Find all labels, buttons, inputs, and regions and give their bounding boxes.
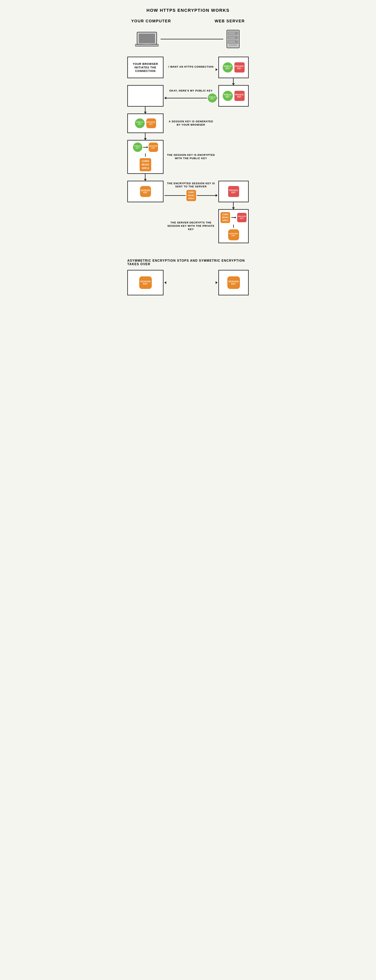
step3-description-area: A SESSION KEY IS GENERATED BY YOUR BROWS… bbox=[163, 120, 218, 127]
step4-left-box: PUBLIC KEY SESSION KEY 110010010110011 bbox=[127, 140, 163, 174]
step5-down-arrow bbox=[233, 202, 234, 209]
public-key-3: PUBLIC KEY bbox=[135, 118, 145, 128]
step5-arrow-right bbox=[197, 195, 217, 196]
step6-right-box: 110010010110011 PRIVATE KEY SESSION KEY bbox=[218, 209, 249, 243]
step5-label: THE ENCRYPTED SESSION KEY IS SENT TO THE… bbox=[165, 182, 217, 189]
step2-line-cap bbox=[217, 98, 217, 99]
laptop-icon bbox=[135, 31, 159, 47]
symmetric-right-box: SESSION KEY bbox=[218, 270, 249, 295]
step2-down-line bbox=[145, 107, 146, 113]
step3-down-arrow-wrapper bbox=[127, 133, 249, 140]
step5-down-line bbox=[233, 202, 234, 209]
step1-left-box: YOUR BROWSER INITIATES THE CONNECTION bbox=[127, 57, 163, 78]
step1-left-text: YOUR BROWSER INITIATES THE CONNECTION bbox=[128, 60, 163, 75]
step2-right-box: PUBLIC KEY PRIVATE KEY bbox=[218, 85, 249, 107]
step2-key-arrow: PUBLIC KEY bbox=[165, 94, 217, 102]
step4-down-line bbox=[145, 174, 146, 181]
step4-down-arrow-wrapper bbox=[127, 174, 249, 181]
svg-rect-1 bbox=[139, 33, 155, 43]
step3-down-line bbox=[145, 133, 146, 140]
session-key-6: SESSION KEY bbox=[228, 229, 239, 240]
step2-down-arrow bbox=[145, 107, 146, 113]
actors-row: YOUR COMPUTER WEB SERVER bbox=[127, 19, 249, 23]
svg-point-10 bbox=[235, 41, 237, 43]
step2-arrow-label: OKAY, HERE'S MY PUBLIC KEY bbox=[167, 89, 214, 92]
private-key-1: PRIVATE KEY bbox=[235, 62, 244, 73]
symmetric-session-key-right: SESSION KEY bbox=[227, 276, 240, 289]
public-key-2: PUBLIC KEY bbox=[223, 91, 233, 101]
step4-encrypt-content: PUBLIC KEY SESSION KEY 110010010110011 bbox=[131, 140, 160, 173]
svg-rect-11 bbox=[229, 45, 237, 46]
session-key-3: SESSION KEY bbox=[146, 118, 156, 128]
step2-arrow-left-line bbox=[165, 98, 207, 99]
step5-binary: 110010010110011 bbox=[186, 190, 196, 201]
private-key-6: PRIVATE KEY bbox=[237, 213, 247, 222]
step2-left-box bbox=[127, 85, 163, 107]
step6-inner-arrow bbox=[233, 224, 234, 228]
step6-label: THE SERVER DECRYPTS THE SESSION KEY WITH… bbox=[165, 221, 217, 231]
step2-row: OKAY, HERE'S MY PUBLIC KEY PUBLIC KEY PU… bbox=[127, 85, 249, 107]
step2-keys: PUBLIC KEY PRIVATE KEY bbox=[221, 89, 247, 103]
actors-connection-line bbox=[160, 39, 223, 40]
symmetric-row: SESSION KEY SESSION KEY bbox=[127, 270, 249, 295]
step5-line bbox=[165, 195, 186, 196]
step1-down-arrow-wrapper bbox=[127, 78, 249, 85]
public-key-4: PUBLIC KEY bbox=[133, 143, 142, 152]
symmetric-section: ASYMMETRIC ENCRYPTION STOPS AND SYMMETRI… bbox=[127, 253, 249, 295]
server-icon bbox=[225, 29, 241, 49]
step1-right-box: PUBLIC KEY PRIVATE KEY bbox=[218, 57, 249, 78]
step3-keys: PUBLIC KEY SESSION KEY bbox=[133, 116, 158, 130]
step6-row: THE SERVER DECRYPTS THE SESSION KEY WITH… bbox=[127, 209, 249, 243]
step4-label: THE SESSION KEY IS ENCRYPTED WITH THE PU… bbox=[165, 153, 217, 160]
svg-rect-3 bbox=[143, 44, 151, 45]
step3-down-arrow bbox=[145, 133, 146, 140]
step4-inner-arrow-line bbox=[145, 153, 146, 157]
symmetric-left-box: SESSION KEY bbox=[127, 270, 163, 295]
svg-point-9 bbox=[235, 37, 237, 38]
step1-arrow-area: I WANT AN HTTPS CONNECTION bbox=[163, 65, 218, 70]
step4-description-area: THE SESSION KEY IS ENCRYPTED WITH THE PU… bbox=[163, 153, 218, 160]
step4-tiny-arrow bbox=[143, 147, 148, 148]
main-title: HOW HTTPS ENCRYPTION WORKS bbox=[146, 8, 230, 13]
svg-point-8 bbox=[235, 32, 237, 34]
step3-row: PUBLIC KEY SESSION KEY A SESSION KEY IS … bbox=[127, 113, 249, 133]
private-key-5: PRIVATE KEY bbox=[228, 186, 239, 197]
session-key-4: SESSION KEY bbox=[149, 143, 158, 152]
step6-description-area: THE SERVER DECRYPTS THE SESSION KEY WITH… bbox=[163, 221, 218, 231]
computer-label: YOUR COMPUTER bbox=[131, 19, 171, 23]
public-key-1: PUBLIC KEY bbox=[223, 62, 233, 73]
server-label: WEB SERVER bbox=[215, 19, 245, 23]
step1-down-line bbox=[233, 78, 234, 85]
step1-keys: PUBLIC KEY PRIVATE KEY bbox=[221, 60, 247, 75]
symmetric-session-key-left: SESSION KEY bbox=[139, 276, 152, 289]
traveling-public-key: PUBLIC KEY bbox=[208, 94, 217, 102]
step6-decrypt-row: 110010010110011 PRIVATE KEY bbox=[221, 212, 247, 223]
symmetric-label: ASYMMETRIC ENCRYPTION STOPS AND SYMMETRI… bbox=[127, 259, 249, 266]
private-key-2: PRIVATE KEY bbox=[235, 91, 244, 101]
step5-arrow-area: THE ENCRYPTED SESSION KEY IS SENT TO THE… bbox=[163, 182, 218, 201]
step6-tiny-arrow bbox=[231, 217, 236, 218]
step5-down-arrow-wrapper bbox=[127, 202, 249, 209]
step1-down-arrow bbox=[233, 78, 234, 85]
step3-left-box: PUBLIC KEY SESSION KEY bbox=[127, 113, 163, 133]
step1-row: YOUR BROWSER INITIATES THE CONNECTION I … bbox=[127, 57, 249, 78]
step2-arrow-area: OKAY, HERE'S MY PUBLIC KEY PUBLIC KEY bbox=[163, 89, 218, 103]
step4-binary: 110010010110011 bbox=[140, 158, 151, 171]
step5-row: SESSION KEY THE ENCRYPTED SESSION KEY IS… bbox=[127, 181, 249, 202]
step5-binary-arrow: 110010010110011 bbox=[165, 190, 217, 201]
step5-left-box: SESSION KEY bbox=[127, 181, 163, 202]
session-key-5: SESSION KEY bbox=[140, 186, 151, 197]
step6-binary: 110010010110011 bbox=[221, 212, 230, 223]
step4-down-arrow bbox=[145, 174, 146, 181]
step2-down-arrow-wrapper bbox=[127, 107, 249, 113]
step4-keys-arrow-row: PUBLIC KEY SESSION KEY bbox=[133, 143, 158, 152]
step5-left-keys: SESSION KEY bbox=[138, 184, 153, 199]
step5-right-box: PRIVATE KEY bbox=[218, 181, 249, 202]
actors-visual bbox=[127, 29, 249, 49]
step4-row: PUBLIC KEY SESSION KEY 110010010110011 T… bbox=[127, 140, 249, 174]
step1-arrow-label: I WANT AN HTTPS CONNECTION bbox=[167, 65, 216, 68]
page: HOW HTTPS ENCRYPTION WORKS YOUR COMPUTER… bbox=[127, 8, 249, 295]
step3-label: A SESSION KEY IS GENERATED BY YOUR BROWS… bbox=[165, 120, 217, 127]
